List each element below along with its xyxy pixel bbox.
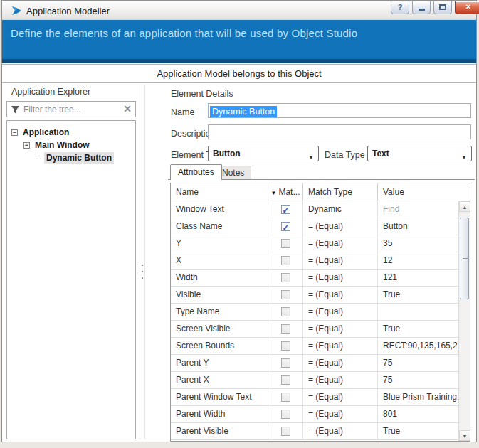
tree-item-dynamic-button[interactable]: Dynamic Button: [7, 151, 135, 164]
attribute-match-cell: [268, 406, 303, 422]
element-type-value: Button: [213, 149, 241, 159]
attributes-grid-header[interactable]: Name ▼Mat... Match Type Value: [171, 183, 470, 201]
attribute-match-cell: [268, 270, 303, 286]
maximize-icon: [439, 4, 446, 10]
attribute-row[interactable]: Window Text✓DynamicFind: [171, 201, 470, 218]
tab-attributes[interactable]: Attributes: [170, 164, 222, 180]
attribute-row[interactable]: Y= (Equal)35: [171, 235, 470, 252]
chevron-down-icon: ▼: [461, 151, 467, 165]
collapse-icon[interactable]: −: [23, 142, 30, 149]
match-checkbox[interactable]: [281, 273, 290, 282]
match-checkbox[interactable]: [281, 375, 290, 385]
match-checkbox[interactable]: [281, 290, 290, 299]
attribute-match-cell: [268, 389, 303, 405]
attribute-name: Parent X: [171, 372, 268, 388]
attribute-match-cell: ✓: [268, 201, 303, 218]
attribute-name: Class Name: [171, 218, 268, 235]
attribute-name: Screen Visible: [171, 321, 268, 337]
attribute-match-type: = (Equal): [303, 287, 378, 303]
scrollbar-thumb[interactable]: [460, 218, 469, 299]
attribute-row[interactable]: Parent X= (Equal)75: [171, 372, 470, 389]
attribute-match-cell: [268, 338, 303, 354]
attribute-value: 75: [378, 355, 458, 371]
close-icon: ✕: [465, 3, 471, 11]
attribute-value: [378, 304, 458, 320]
minimize-button[interactable]: [412, 1, 431, 14]
attribute-match-type: = (Equal): [303, 406, 378, 422]
attribute-value: Button: [378, 218, 458, 235]
attribute-row[interactable]: Parent Y= (Equal)75: [171, 355, 470, 372]
match-checkbox[interactable]: [281, 410, 290, 419]
check-icon: ✓: [283, 203, 290, 218]
scroll-down-icon[interactable]: ▼: [459, 430, 470, 441]
match-checkbox[interactable]: [281, 358, 290, 368]
collapse-icon[interactable]: −: [11, 129, 18, 136]
attribute-match-cell: ✓: [268, 218, 303, 235]
attribute-row[interactable]: Parent Window Text= (Equal)Blue Prism Tr…: [171, 389, 470, 406]
attribute-match-cell: [268, 423, 303, 439]
attribute-value: 75: [378, 372, 458, 388]
match-checkbox[interactable]: ✓: [281, 205, 290, 214]
tree-item-label: Application: [21, 127, 71, 138]
attribute-row[interactable]: Screen Visible= (Equal)True: [171, 321, 470, 338]
match-checkbox[interactable]: [281, 256, 290, 265]
banner-text: Define the elements of an application th…: [11, 27, 357, 39]
header-value[interactable]: Value: [378, 183, 458, 201]
attribute-value: Blue Prism Training...: [378, 389, 458, 405]
match-checkbox[interactable]: [281, 341, 290, 351]
splitter-grip-icon: [142, 265, 143, 279]
attribute-row[interactable]: Width= (Equal)121: [171, 270, 470, 287]
header-match[interactable]: ▼Mat...: [268, 183, 303, 201]
attribute-value: True: [378, 321, 458, 337]
attribute-match-cell: [268, 321, 303, 337]
match-checkbox[interactable]: [281, 427, 290, 436]
match-checkbox[interactable]: [281, 324, 290, 334]
match-checkbox[interactable]: [281, 393, 290, 402]
filter-funnel-icon: [11, 105, 20, 114]
application-tree[interactable]: −Application−Main WindowDynamic Button: [6, 120, 136, 439]
name-field[interactable]: Dynamic Button: [208, 103, 471, 118]
header-match-type[interactable]: Match Type: [303, 183, 378, 201]
attribute-name: Type Name: [171, 304, 268, 320]
maximize-button[interactable]: [433, 1, 452, 14]
header-name[interactable]: Name: [171, 183, 268, 201]
tree-filter-box[interactable]: ✕: [6, 101, 136, 117]
chevron-down-icon: ▼: [308, 151, 314, 165]
description-field[interactable]: [208, 124, 471, 139]
attribute-name: Parent Width: [171, 406, 268, 422]
match-checkbox[interactable]: ✓: [281, 222, 290, 231]
data-type-select[interactable]: Text ▼: [367, 146, 472, 161]
tree-item-application[interactable]: −Application: [7, 126, 135, 139]
attribute-row[interactable]: Type Name= (Equal): [171, 304, 470, 321]
close-button[interactable]: ✕: [455, 1, 479, 14]
attribute-match-cell: [268, 252, 303, 269]
clear-filter-icon[interactable]: ✕: [123, 103, 132, 114]
tree-filter-input[interactable]: [23, 102, 116, 116]
attribute-match-type: = (Equal): [303, 252, 378, 269]
attribute-row[interactable]: Parent Width= (Equal)801: [171, 406, 470, 423]
element-type-select[interactable]: Button ▼: [208, 146, 319, 161]
blue-prism-app-icon: [11, 6, 22, 16]
tree-item-label: Main Window: [33, 139, 92, 151]
attribute-value: Find: [378, 201, 458, 218]
title-bar[interactable]: Application Modeller ? ✕: [2, 1, 476, 20]
attribute-row[interactable]: Screen Bounds= (Equal)RECT:90,135,165,21…: [171, 338, 470, 355]
data-type-value: Text: [372, 149, 389, 159]
help-button[interactable]: ?: [391, 1, 409, 14]
attribute-row[interactable]: X= (Equal)12: [171, 252, 470, 270]
attribute-row[interactable]: Parent Visible= (Equal)True: [171, 423, 470, 440]
attribute-value: 35: [378, 235, 458, 252]
attribute-match-type: = (Equal): [303, 235, 378, 252]
match-checkbox[interactable]: [281, 307, 290, 316]
scroll-up-icon[interactable]: ▲: [459, 201, 470, 212]
banner: [2, 20, 476, 59]
match-checkbox[interactable]: [281, 239, 290, 248]
vertical-scrollbar[interactable]: ▲ ▼: [458, 201, 470, 441]
attribute-row[interactable]: Class Name✓= (Equal)Button: [171, 218, 470, 235]
tree-item-main-window[interactable]: −Main Window: [7, 139, 135, 151]
scroll-thumb-grip: [463, 257, 468, 260]
attribute-row[interactable]: Visible= (Equal)True: [171, 287, 470, 304]
panel-splitter[interactable]: [140, 85, 145, 439]
window-controls: ? ✕: [391, 1, 479, 14]
subheader-bar: Application Model belongs to this Object: [2, 64, 476, 83]
